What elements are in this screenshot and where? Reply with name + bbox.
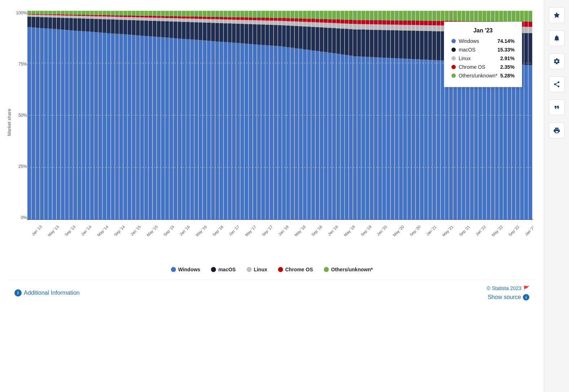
x-label: Jan '16 [179,224,191,236]
tooltip: Jan '23 Windows 74.14% macOS 15.33% Linu… [444,22,522,87]
y-tick-100: 100% [11,11,27,15]
tooltip-dot [451,65,456,69]
legend-dot [247,267,252,272]
show-source-button[interactable]: Show source i [488,294,530,300]
y-tick-0: 0% [11,215,27,220]
x-label: Jan '18 [277,224,289,236]
tooltip-dot [451,74,456,78]
x-label: Jan '23 [524,224,533,236]
x-label: Sep '19 [360,224,372,237]
x-label: Sep '14 [113,224,126,237]
x-label: Sep '13 [64,224,76,237]
info-icon: i [14,289,22,297]
quote-button[interactable] [549,99,565,115]
bookmark-button[interactable] [549,7,565,23]
tooltip-title: Jan '23 [451,27,515,34]
print-button[interactable] [549,122,565,138]
x-label: Jan '21 [425,224,437,236]
x-label: May '22 [491,224,503,237]
x-label: May '20 [392,224,405,237]
y-tick-50: 50% [11,113,27,117]
legend-item: macOS [211,267,235,272]
chart-legend: Windows macOS Linux Chrome OS Others/unk… [7,263,537,276]
tooltip-dot [451,48,456,52]
tooltip-label: macOS [459,47,495,53]
x-label: Jan '14 [80,224,92,236]
x-label: Sep '18 [310,224,323,237]
tooltip-row: Windows 74.14% [451,38,515,44]
tooltip-value: 15.33% [498,47,515,53]
settings-button[interactable] [549,53,565,69]
sidebar [544,0,569,392]
tooltip-label: Linux [459,55,497,61]
legend-label: Chrome OS [285,267,313,272]
tooltip-row: Chrome OS 2.35% [451,64,515,70]
tooltip-label: Windows [459,38,495,44]
legend-item: Windows [171,267,200,272]
legend-item: Chrome OS [278,267,313,272]
tooltip-dot [451,39,456,43]
legend-dot [211,267,216,272]
x-label: May '17 [244,224,257,237]
x-label: Sep '17 [261,224,274,237]
x-label: Sep '22 [508,224,520,237]
legend-label: Windows [178,267,200,272]
tooltip-value: 2.35% [500,64,515,70]
x-label: Jan '19 [327,224,339,236]
tooltip-value: 74.14% [498,38,515,44]
x-label: May '15 [146,224,158,237]
tooltip-label: Others/unknown* [459,73,497,79]
legend-item: Linux [247,267,267,272]
tooltip-row: Linux 2.91% [451,55,515,61]
additional-info-label: Additional Information [24,290,80,296]
legend-dot [278,267,283,272]
legend-dot [171,267,176,272]
legend-label: Others/unknown* [331,267,373,272]
x-label: May '21 [441,224,454,237]
x-label: Sep '15 [162,224,175,237]
legend-label: macOS [218,267,235,272]
legend-item: Others/unknown* [324,267,373,272]
x-label: Jan '17 [228,224,240,236]
x-label: Jan '22 [475,224,486,236]
additional-info-button[interactable]: i Additional Information [14,289,80,297]
x-label: Sep '16 [212,224,224,237]
x-label: May '14 [96,224,109,237]
x-label: Jan '13 [31,224,43,236]
x-label: Jan '15 [129,224,141,236]
share-button[interactable] [549,76,565,92]
tooltip-value: 2.91% [500,55,515,61]
y-tick-25: 25% [11,164,27,169]
tooltip-dot [451,56,456,61]
x-label: Sep '21 [458,224,471,237]
x-label: May '18 [294,224,306,237]
x-label: Jan '20 [376,224,388,236]
x-label: May '13 [47,224,59,237]
x-label: Sep '20 [409,224,422,237]
tooltip-label: Chrome OS [459,64,497,70]
legend-label: Linux [254,267,267,272]
x-label: May '16 [195,224,207,237]
notification-button[interactable] [549,30,565,46]
x-label: May '19 [343,224,356,237]
legend-dot [324,267,329,272]
tooltip-row: macOS 15.33% [451,47,515,53]
tooltip-row: Others/unknown* 5.28% [451,73,515,79]
statista-credit: © Statista 2023 🚩 [487,285,529,291]
tooltip-value: 5.28% [500,73,515,79]
y-tick-75: 75% [11,62,27,66]
